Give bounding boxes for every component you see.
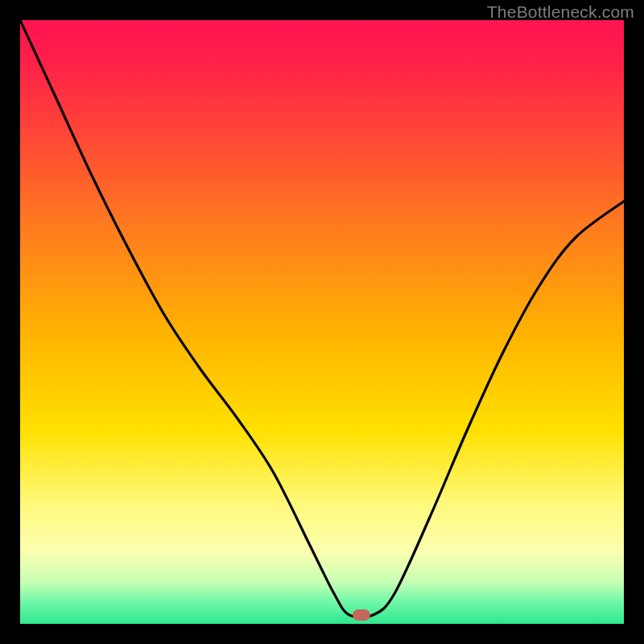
watermark-text: TheBottleneck.com bbox=[487, 2, 634, 22]
bottleneck-curve bbox=[20, 20, 624, 624]
chart-frame: TheBottleneck.com bbox=[0, 0, 644, 644]
plot-area bbox=[20, 20, 624, 624]
optimal-point-marker bbox=[353, 609, 370, 621]
